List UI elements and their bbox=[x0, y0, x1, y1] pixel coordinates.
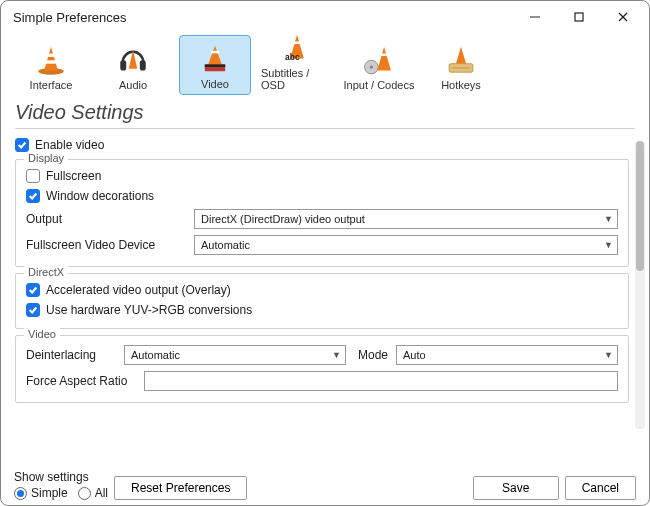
tab-label: Subtitles / OSD bbox=[261, 67, 333, 91]
checkbox-icon bbox=[26, 169, 40, 183]
keyboard-cone-icon bbox=[444, 45, 478, 75]
window-title: Simple Preferences bbox=[13, 10, 517, 25]
tab-label: Audio bbox=[119, 79, 147, 91]
fullscreen-device-select[interactable]: Automatic ▼ bbox=[194, 235, 618, 255]
radio-simple[interactable]: Simple bbox=[14, 486, 68, 500]
tab-video[interactable]: Video bbox=[179, 35, 251, 95]
radio-icon bbox=[78, 487, 91, 500]
display-group: Display Fullscreen Window decorations Ou… bbox=[15, 159, 629, 267]
svg-rect-6 bbox=[45, 60, 57, 63]
maximize-button[interactable] bbox=[561, 3, 597, 31]
checkbox-icon bbox=[26, 189, 40, 203]
window-decorations-checkbox[interactable]: Window decorations bbox=[26, 186, 618, 206]
checkbox-icon bbox=[15, 138, 29, 152]
group-legend: Video bbox=[24, 328, 60, 340]
chevron-down-icon: ▼ bbox=[604, 350, 613, 360]
svg-rect-8 bbox=[140, 60, 146, 70]
chevron-down-icon: ▼ bbox=[604, 240, 613, 250]
enable-video-checkbox[interactable]: Enable video bbox=[15, 135, 629, 155]
svg-rect-5 bbox=[47, 53, 55, 56]
show-settings-label: Show settings bbox=[14, 470, 108, 484]
video-group: Video Deinterlacing Automatic ▼ Mode Aut… bbox=[15, 335, 629, 403]
select-value: Auto bbox=[403, 349, 426, 361]
group-legend: DirectX bbox=[24, 266, 68, 278]
select-value: DirectX (DirectDraw) video output bbox=[201, 213, 365, 225]
checkbox-label: Use hardware YUV->RGB conversions bbox=[46, 303, 252, 317]
svg-rect-1 bbox=[575, 13, 583, 21]
tab-audio[interactable]: Audio bbox=[97, 35, 169, 95]
tab-hotkeys[interactable]: Hotkeys bbox=[425, 35, 497, 95]
close-button[interactable] bbox=[605, 3, 641, 31]
reset-preferences-button[interactable]: Reset Preferences bbox=[114, 476, 247, 500]
output-select[interactable]: DirectX (DirectDraw) video output ▼ bbox=[194, 209, 618, 229]
accelerated-checkbox[interactable]: Accelerated video output (Overlay) bbox=[26, 280, 618, 300]
select-value: Automatic bbox=[201, 239, 250, 251]
checkbox-icon bbox=[26, 283, 40, 297]
yuv-rgb-checkbox[interactable]: Use hardware YUV->RGB conversions bbox=[26, 300, 618, 320]
svg-rect-11 bbox=[205, 64, 225, 67]
deinterlacing-label: Deinterlacing bbox=[26, 348, 116, 362]
mode-select[interactable]: Auto ▼ bbox=[396, 345, 618, 365]
mode-label: Mode bbox=[354, 348, 388, 362]
radio-label: Simple bbox=[31, 486, 68, 500]
chevron-down-icon: ▼ bbox=[332, 350, 341, 360]
checkbox-label: Enable video bbox=[35, 138, 104, 152]
fullscreen-checkbox[interactable]: Fullscreen bbox=[26, 166, 618, 186]
radio-icon bbox=[14, 487, 27, 500]
tab-subtitles[interactable]: abc Subtitles / OSD bbox=[261, 35, 333, 95]
checkbox-label: Accelerated video output (Overlay) bbox=[46, 283, 231, 297]
headphones-cone-icon bbox=[116, 45, 150, 75]
radio-label: All bbox=[95, 486, 108, 500]
page-title: Video Settings bbox=[1, 99, 649, 126]
group-legend: Display bbox=[24, 152, 68, 164]
force-aspect-label: Force Aspect Ratio bbox=[26, 374, 136, 388]
tab-label: Input / Codecs bbox=[344, 79, 415, 91]
tab-label: Video bbox=[201, 78, 229, 90]
disc-cone-icon bbox=[362, 45, 396, 75]
radio-all[interactable]: All bbox=[78, 486, 108, 500]
tab-interface[interactable]: Interface bbox=[15, 35, 87, 95]
output-label: Output bbox=[26, 212, 186, 226]
minimize-button[interactable] bbox=[517, 3, 553, 31]
svg-rect-9 bbox=[211, 51, 219, 54]
vertical-scrollbar[interactable] bbox=[635, 141, 645, 429]
select-value: Automatic bbox=[131, 349, 180, 361]
chevron-down-icon: ▼ bbox=[604, 214, 613, 224]
svg-rect-7 bbox=[120, 60, 126, 70]
deinterlacing-select[interactable]: Automatic ▼ bbox=[124, 345, 346, 365]
tab-label: Interface bbox=[30, 79, 73, 91]
svg-rect-12 bbox=[292, 41, 302, 44]
save-button[interactable]: Save bbox=[473, 476, 559, 500]
svg-text:abc: abc bbox=[285, 52, 300, 62]
checkbox-label: Fullscreen bbox=[46, 169, 101, 183]
force-aspect-input[interactable] bbox=[144, 371, 618, 391]
fullscreen-device-label: Fullscreen Video Device bbox=[26, 238, 186, 252]
divider bbox=[15, 128, 635, 129]
tab-label: Hotkeys bbox=[441, 79, 481, 91]
scroll-thumb[interactable] bbox=[636, 141, 644, 271]
checkbox-label: Window decorations bbox=[46, 189, 154, 203]
cone-icon bbox=[34, 45, 68, 75]
text-cone-icon: abc bbox=[280, 33, 314, 63]
checkbox-icon bbox=[26, 303, 40, 317]
cancel-button[interactable]: Cancel bbox=[565, 476, 636, 500]
svg-rect-16 bbox=[381, 53, 389, 56]
tab-input[interactable]: Input / Codecs bbox=[343, 35, 415, 95]
svg-point-15 bbox=[370, 65, 373, 68]
directx-group: DirectX Accelerated video output (Overla… bbox=[15, 273, 629, 329]
clapper-cone-icon bbox=[198, 44, 232, 74]
